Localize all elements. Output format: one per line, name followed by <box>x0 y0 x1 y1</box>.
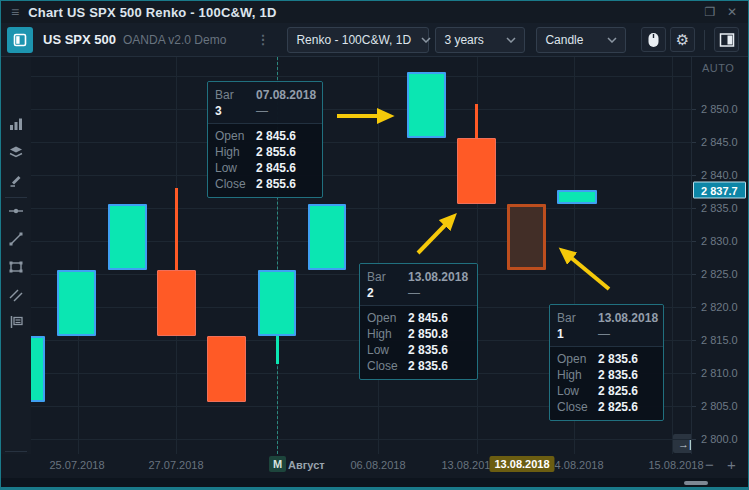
layers-tool[interactable] <box>8 144 24 160</box>
layout-panel-button[interactable] <box>714 27 739 52</box>
tooltip-ohlc-row: Close2 825.6 <box>557 399 656 415</box>
tooltip-ohlc-label: Open <box>215 128 256 144</box>
horizontal-gridline <box>31 439 691 440</box>
candle-wick-low <box>276 336 279 364</box>
renko-brick-up[interactable] <box>308 204 346 270</box>
settings-button[interactable]: ⚙ <box>670 27 695 52</box>
auto-scale-label[interactable]: AUTO <box>702 62 734 74</box>
mouse-mode-button[interactable] <box>641 27 666 52</box>
tooltip-header: Bar13.08.20181— <box>550 305 663 347</box>
tooltip-ohlc-label: Close <box>557 399 598 415</box>
horizontal-gridline <box>31 76 691 77</box>
renko-brick-up[interactable] <box>407 72 446 138</box>
price-axis-tick <box>692 142 696 143</box>
selected-renko-brick[interactable] <box>507 204 546 270</box>
time-axis-label: 27.07.2018 <box>148 459 203 471</box>
tooltip-ohlc-row: Open2 845.6 <box>215 128 315 144</box>
toolbar-separator <box>704 30 705 50</box>
sidebar-divider <box>5 451 27 452</box>
tooltip-ohlc-label: Low <box>215 160 256 176</box>
toolbar: US SPX 500 OANDA v2.0 Demo ⋮ Renko - 100… <box>1 23 748 57</box>
tooltip-ohlc-row: High2 835.6 <box>557 367 656 383</box>
drawing-toolbar <box>1 57 31 454</box>
scrollbar-thumb[interactable] <box>684 481 708 485</box>
price-axis-tick <box>692 340 696 341</box>
tooltip-bar-number: 3 <box>215 103 256 119</box>
rectangle-tool[interactable] <box>8 259 24 275</box>
maximize-button[interactable]: ❐ <box>702 5 718 19</box>
tooltip-header-row: 3— <box>215 103 315 119</box>
bar-tooltip-1: Bar13.08.20181—Open2 835.6High2 835.6Low… <box>549 304 664 421</box>
tooltip-bar-number: 2 <box>367 285 408 301</box>
candle-wick-high <box>475 104 478 138</box>
price-axis-tick <box>692 208 696 209</box>
time-axis-label: 14.08.2018 <box>548 459 603 471</box>
renko-brick-down[interactable] <box>157 270 196 336</box>
close-button[interactable]: ✕ <box>724 5 740 19</box>
instruments-tool[interactable] <box>8 116 24 132</box>
crosshair-icon <box>8 203 24 219</box>
renko-brick-down[interactable] <box>207 336 246 402</box>
series-select[interactable]: Renko - 100C&W, 1D <box>287 27 429 53</box>
tooltip-ohlc-value: 2 835.6 <box>598 351 638 367</box>
price-axis-tick <box>692 406 696 407</box>
style-select-value: Candle <box>545 33 597 47</box>
tooltip-ohlc-label: High <box>557 367 598 383</box>
price-axis-label: 2 830.0 <box>701 235 738 247</box>
renko-brick-down[interactable] <box>457 138 496 204</box>
tooltip-ohlc-value: 2 845.6 <box>408 310 448 326</box>
tooltip-ohlc-value: 2 855.6 <box>256 176 296 192</box>
tooltip-ohlc-label: Low <box>367 342 408 358</box>
tooltip-body: Open2 845.6High2 850.8Low2 835.6Close2 8… <box>360 306 477 379</box>
price-axis-label: 2 820.0 <box>701 301 738 313</box>
bar-tooltip-2: Bar13.08.20182—Open2 845.6High2 850.8Low… <box>359 263 478 380</box>
price-axis-tick <box>692 175 696 176</box>
marker-tool[interactable] <box>8 172 24 188</box>
chart-panel-button[interactable] <box>7 27 33 53</box>
tooltip-ohlc-value: 2 835.6 <box>408 358 448 374</box>
horizontal-gridline <box>31 109 691 110</box>
tooltip-ohlc-row: Open2 845.6 <box>367 310 470 326</box>
rectangle-icon <box>8 259 24 275</box>
yellow-arrow[interactable] <box>563 251 609 289</box>
renko-brick-up[interactable] <box>57 270 96 336</box>
yellow-arrow[interactable] <box>418 217 453 253</box>
time-axis-label: 13.08.2018 <box>441 459 496 471</box>
parallel-channel-tool[interactable] <box>8 287 24 303</box>
crosshair-tool[interactable] <box>8 203 24 219</box>
price-axis[interactable]: AUTO 2 850.02 845.02 840.02 835.02 830.0… <box>691 57 748 454</box>
instruments-icon <box>8 116 24 132</box>
tooltip-body: Open2 835.6High2 835.6Low2 825.6Close2 8… <box>550 347 663 420</box>
tooltip-header: Bar07.08.20183— <box>208 82 322 124</box>
zoom-in-button[interactable]: + <box>723 454 740 475</box>
tooltip-ohlc-value: 2 825.6 <box>598 383 638 399</box>
renko-brick-up[interactable] <box>557 190 597 204</box>
kebab-menu-icon[interactable]: ⋮ <box>256 32 269 47</box>
trendline-tool[interactable] <box>8 231 24 247</box>
tooltip-dash: — <box>256 103 268 119</box>
price-axis-tick <box>692 439 696 440</box>
renko-brick-up[interactable] <box>258 270 296 336</box>
tooltip-ohlc-label: Open <box>557 351 598 367</box>
price-axis-tick <box>692 274 696 275</box>
panel-right-icon <box>719 32 735 48</box>
chart-plot-area[interactable]: →| Bar07.08.20183—Open2 845.6High2 855.6… <box>31 57 691 454</box>
menu-icon[interactable]: ≡ <box>11 5 19 19</box>
gear-icon: ⚙ <box>676 32 689 47</box>
price-axis-tick <box>692 109 696 110</box>
vertical-gridline <box>672 57 673 454</box>
renko-brick-up[interactable] <box>31 336 45 402</box>
style-select[interactable]: Candle <box>536 27 626 53</box>
go-to-latest-button[interactable]: →| <box>673 434 691 453</box>
renko-brick-up[interactable] <box>108 204 147 270</box>
month-marker-badge: М <box>269 456 286 472</box>
chevron-down-icon <box>506 37 516 43</box>
annotation-tool[interactable] <box>8 314 24 330</box>
range-select[interactable]: 3 years <box>435 27 525 53</box>
time-axis[interactable]: − + 25.07.201827.07.201806.08.201813.08.… <box>1 454 748 478</box>
parallel-channel-icon <box>8 287 24 303</box>
month-marker-label: Август <box>288 459 325 471</box>
tooltip-bar-label: Bar <box>367 269 408 285</box>
symbol-name[interactable]: US SPX 500 <box>43 32 116 47</box>
tooltip-body: Open2 845.6High2 855.6Low2 845.6Close2 8… <box>208 124 322 197</box>
